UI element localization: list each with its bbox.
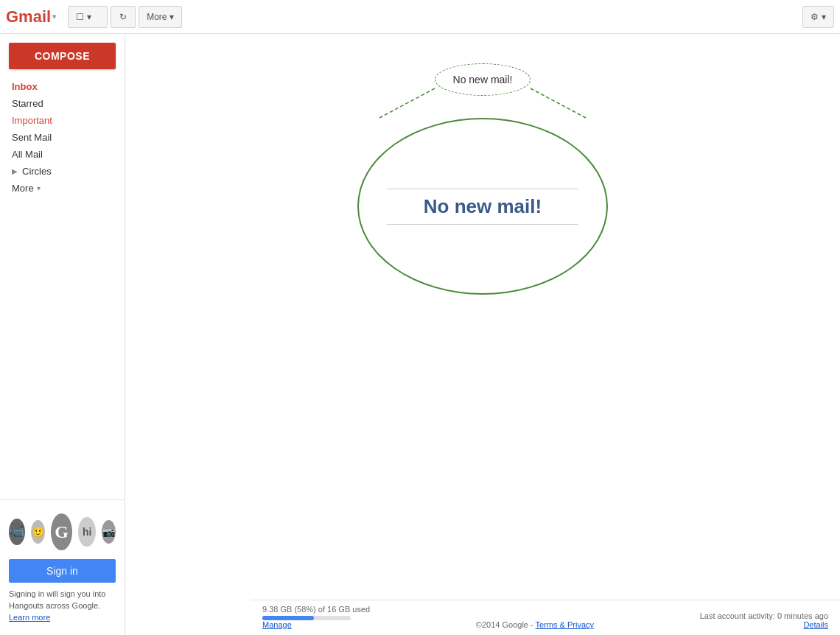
more-label: More — [147, 12, 167, 22]
hangouts-description: Signing in will sign you into Hangouts a… — [0, 586, 125, 613]
all-mail-label: All Mail — [12, 149, 43, 160]
footer-storage: 9.38 GB (58%) of 16 GB used Manage — [262, 605, 370, 629]
circles-label: Circles — [22, 166, 52, 177]
header: Gmail ▾ ☐ ▾ ↻ More ▾ ⚙ ▾ — [0, 0, 840, 34]
hangouts-signin-button[interactable]: Sign in — [9, 559, 116, 583]
footer: 9.38 GB (58%) of 16 GB used Manage ©2014… — [251, 600, 840, 635]
sidebar-item-circles[interactable]: ▶ Circles — [0, 163, 125, 180]
more-button[interactable]: More ▾ — [139, 6, 182, 28]
settings-button[interactable]: ⚙ ▾ — [802, 6, 834, 28]
gmail-dropdown-arrow: ▾ — [52, 13, 56, 21]
no-mail-ellipse: No new mail! — [357, 118, 608, 295]
checkbox-dropdown-arrow: ▾ — [87, 12, 91, 22]
inbox-label: Inbox — [12, 81, 38, 92]
details-link[interactable]: Details — [803, 620, 828, 629]
important-label: Important — [12, 115, 52, 126]
footer-copyright: ©2014 Google - Terms & Privacy — [476, 620, 594, 629]
sidebar-item-more[interactable]: More ▾ — [0, 180, 125, 197]
gmail-label: Gmail — [6, 7, 51, 27]
terms-link[interactable]: Terms & Privacy — [536, 620, 594, 629]
no-mail-tooltip-text: No new mail! — [453, 74, 513, 85]
more-dropdown-arrow: ▾ — [169, 12, 174, 22]
storage-text: 9.38 GB (58%) of 16 GB used — [262, 605, 370, 614]
hangouts-section: 📹 🙂 G hi 📷 Sign in Signing in will sign … — [0, 499, 125, 629]
hangouts-chat-icon[interactable]: G — [51, 513, 73, 550]
sidebar-item-important[interactable]: Important — [0, 112, 125, 129]
sent-label: Sent Mail — [12, 132, 52, 143]
smiley-icon[interactable]: 🙂 — [31, 520, 45, 544]
hi-greeting-icon: hi — [78, 517, 96, 547]
refresh-icon: ↻ — [119, 12, 127, 22]
no-mail-tooltip: No new mail! — [435, 63, 531, 96]
header-toolbar: ☐ ▾ ↻ More ▾ — [68, 6, 182, 28]
more-nav-label: More — [12, 183, 34, 194]
sidebar: COMPOSE Inbox Starred Important Sent Mai… — [0, 34, 125, 635]
copyright-text: ©2014 Google - — [476, 620, 536, 629]
camera-icon[interactable]: 📷 — [102, 520, 116, 544]
sidebar-item-sent[interactable]: Sent Mail — [0, 129, 125, 146]
gear-icon: ⚙ — [811, 12, 819, 22]
no-mail-main-text: No new mail! — [424, 195, 542, 218]
learn-more-link[interactable]: Learn more — [0, 613, 125, 629]
no-mail-divider-bottom — [387, 224, 578, 225]
manage-link[interactable]: Manage — [262, 620, 292, 629]
more-nav-arrow-icon: ▾ — [37, 184, 41, 192]
starred-label: Starred — [12, 98, 43, 109]
compose-button[interactable]: COMPOSE — [9, 43, 116, 69]
select-checkbox-button[interactable]: ☐ ▾ — [68, 6, 108, 28]
svg-line-1 — [531, 88, 586, 118]
no-mail-divider-top — [387, 189, 578, 189]
layout: COMPOSE Inbox Starred Important Sent Mai… — [0, 34, 840, 635]
gear-dropdown-arrow: ▾ — [822, 12, 826, 22]
sidebar-item-inbox[interactable]: Inbox — [0, 78, 125, 95]
hangouts-icons-container: 📹 🙂 G hi 📷 — [0, 508, 125, 556]
circles-arrow-icon: ▶ — [12, 167, 18, 175]
sidebar-item-starred[interactable]: Starred — [0, 95, 125, 112]
footer-activity: Last account activity: 0 minutes ago Det… — [700, 611, 828, 629]
sidebar-item-all[interactable]: All Mail — [0, 146, 125, 163]
refresh-button[interactable]: ↻ — [111, 6, 136, 28]
gmail-logo[interactable]: Gmail ▾ — [6, 7, 56, 27]
checkbox-icon: ☐ — [76, 12, 84, 22]
svg-line-0 — [379, 88, 435, 118]
main-content: No new mail! No new mail! 9.38 GB (58%) … — [125, 34, 840, 635]
last-activity-text: Last account activity: 0 minutes ago — [700, 611, 828, 620]
video-call-icon[interactable]: 📹 — [9, 519, 25, 545]
